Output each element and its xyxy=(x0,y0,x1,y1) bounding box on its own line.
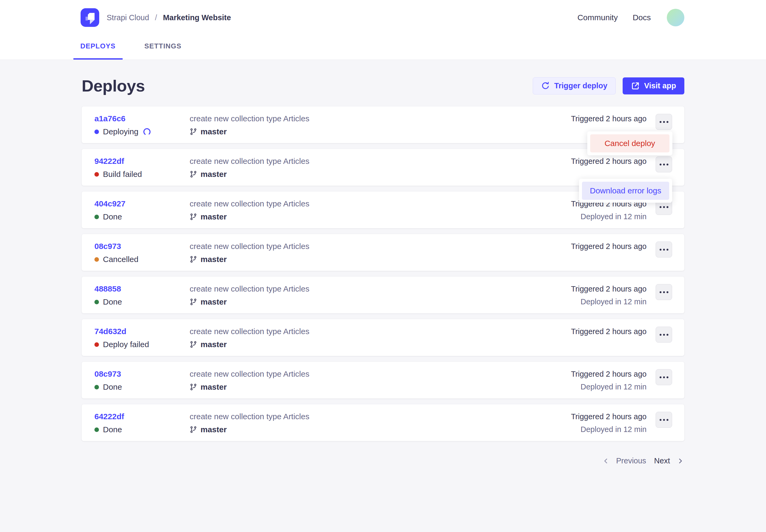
ellipsis-icon xyxy=(660,376,661,378)
commit-message: create new collection type Articles xyxy=(190,156,571,167)
commit-hash-link[interactable]: 64222df xyxy=(94,411,190,422)
deploy-status: Build failed xyxy=(94,169,190,180)
row-menu-popover: Download error logs xyxy=(579,179,672,203)
commit-hash-link[interactable]: 08c973 xyxy=(94,241,190,252)
row-actions-button[interactable] xyxy=(656,284,672,300)
branch-name: master xyxy=(201,255,227,264)
row-menu-item[interactable]: Download error logs xyxy=(582,182,669,200)
nav-link-docs[interactable]: Docs xyxy=(633,13,651,22)
ellipsis-icon xyxy=(660,334,661,336)
tab-settings[interactable]: SETTINGS xyxy=(138,35,189,60)
commit-hash-link[interactable]: a1a76c6 xyxy=(94,113,190,124)
status-label: Build failed xyxy=(103,170,142,179)
pagination-previous-label: Previous xyxy=(616,456,646,465)
deploy-status: Deploying xyxy=(94,126,190,137)
nav-link-community[interactable]: Community xyxy=(577,13,618,22)
strapi-logo-icon[interactable] xyxy=(81,8,99,27)
visit-app-button[interactable]: Visit app xyxy=(623,77,684,94)
commit-hash-link[interactable]: 488858 xyxy=(94,284,190,294)
breadcrumb: Strapi Cloud / Marketing Website xyxy=(107,13,231,22)
ellipsis-icon xyxy=(660,249,661,251)
row-actions-button[interactable] xyxy=(656,412,672,428)
status-label: Done xyxy=(103,383,122,392)
triggered-time: Triggered 2 hours ago xyxy=(571,369,647,379)
app-header: Strapi Cloud / Marketing Website Communi… xyxy=(0,0,766,35)
deploy-status: Done xyxy=(94,381,190,393)
status-dot xyxy=(94,215,99,219)
deploy-status: Deploy failed xyxy=(94,339,190,350)
status-label: Done xyxy=(103,297,122,306)
row-menu-popover: Cancel deploy xyxy=(587,131,672,155)
deploy-row: 488858 Done create new collection type A… xyxy=(82,277,684,313)
status-label: Done xyxy=(103,425,122,434)
status-dot xyxy=(94,130,99,134)
deploy-status: Done xyxy=(94,296,190,307)
deploy-row: 08c973 Done create new collection type A… xyxy=(82,362,684,398)
triggered-time: Triggered 2 hours ago xyxy=(571,241,647,252)
commit-hash-link[interactable]: 404c927 xyxy=(94,198,190,209)
row-actions-button[interactable] xyxy=(656,114,672,130)
commit-message: create new collection type Articles xyxy=(190,113,571,124)
trigger-deploy-button[interactable]: Trigger deploy xyxy=(533,77,616,94)
git-branch-icon xyxy=(190,128,197,135)
commit-hash-link[interactable]: 08c973 xyxy=(94,369,190,379)
git-branch-icon xyxy=(190,298,197,306)
branch-name: master xyxy=(201,383,227,392)
git-branch-icon xyxy=(190,383,197,391)
commit-message: create new collection type Articles xyxy=(190,369,571,379)
ellipsis-icon xyxy=(660,121,661,123)
row-actions-button[interactable] xyxy=(656,242,672,257)
git-branch-icon xyxy=(190,171,197,178)
deploy-row: 64222df Done create new collection type … xyxy=(82,404,684,441)
commit-message: create new collection type Articles xyxy=(190,284,571,294)
status-dot xyxy=(94,300,99,304)
deployed-duration: Deployed in 12 min xyxy=(571,211,647,222)
row-actions-button[interactable] xyxy=(656,369,672,385)
refresh-icon xyxy=(541,81,550,90)
git-branch-icon xyxy=(190,426,197,433)
status-dot xyxy=(94,342,99,347)
deployed-duration: Deployed in 12 min xyxy=(571,424,647,435)
git-branch-icon xyxy=(190,256,197,263)
triggered-time: Triggered 2 hours ago xyxy=(571,326,647,337)
deploy-row: a1a76c6 Deploying create new collection … xyxy=(82,106,684,143)
trigger-deploy-label: Trigger deploy xyxy=(554,81,607,90)
deploy-status: Cancelled xyxy=(94,254,190,265)
commit-hash-link[interactable]: 94222df xyxy=(94,156,190,167)
commit-hash-link[interactable]: 74d632d xyxy=(94,326,190,337)
row-actions-button[interactable] xyxy=(656,156,672,172)
page-title: Deploys xyxy=(82,76,145,95)
commit-message: create new collection type Articles xyxy=(190,411,571,422)
status-dot xyxy=(94,427,99,432)
chevron-right-icon xyxy=(677,458,684,464)
deploy-row: 08c973 Cancelled create new collection t… xyxy=(82,234,684,271)
git-branch-icon xyxy=(190,213,197,221)
visit-app-label: Visit app xyxy=(644,81,676,90)
pagination-next[interactable]: Next xyxy=(654,456,684,465)
chevron-left-icon xyxy=(602,458,609,464)
pagination-previous[interactable]: Previous xyxy=(602,456,646,465)
branch-name: master xyxy=(201,425,227,434)
tab-bar: DEPLOYS SETTINGS xyxy=(0,35,766,60)
pagination: Previous Next xyxy=(82,456,684,465)
deployed-duration: Deployed in 12 min xyxy=(571,296,647,307)
branch-name: master xyxy=(201,170,227,179)
row-actions-button[interactable] xyxy=(656,327,672,343)
deploy-status: Done xyxy=(94,211,190,222)
user-avatar[interactable] xyxy=(667,9,684,26)
row-menu-item[interactable]: Cancel deploy xyxy=(590,134,669,152)
status-dot xyxy=(94,385,99,389)
git-branch-icon xyxy=(190,341,197,348)
main-content: Deploys Trigger deploy Visit app a xyxy=(0,60,766,465)
breadcrumb-separator: / xyxy=(155,13,157,22)
status-label: Deploying xyxy=(103,127,138,136)
status-label: Cancelled xyxy=(103,255,138,264)
tab-deploys[interactable]: DEPLOYS xyxy=(73,35,123,60)
branch-name: master xyxy=(201,212,227,221)
ellipsis-icon xyxy=(660,206,661,208)
triggered-time: Triggered 2 hours ago xyxy=(571,156,647,167)
ellipsis-icon xyxy=(660,419,661,421)
ellipsis-icon xyxy=(660,291,661,293)
breadcrumb-app[interactable]: Strapi Cloud xyxy=(107,13,149,22)
deploy-status: Done xyxy=(94,424,190,435)
